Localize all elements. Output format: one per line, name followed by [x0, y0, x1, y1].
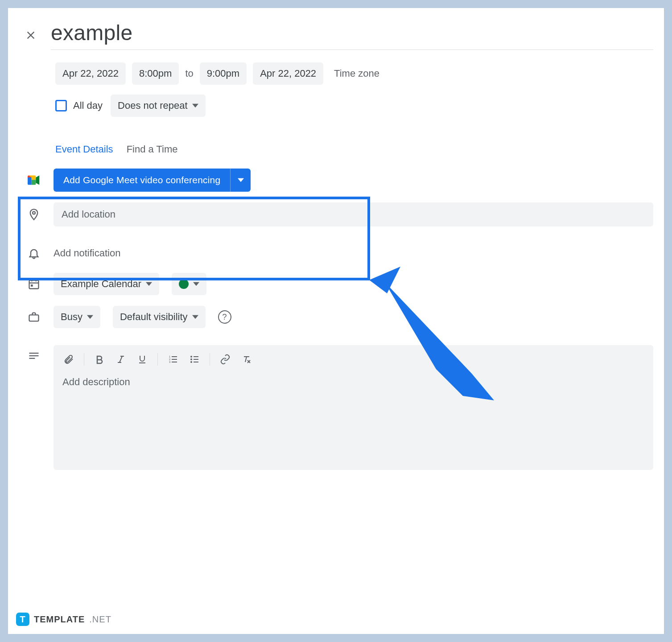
underline-button[interactable] [133, 350, 151, 368]
italic-icon [115, 354, 126, 365]
toolbar-separator [84, 353, 84, 366]
availability-label: Busy [61, 311, 82, 323]
end-time-chip[interactable]: 9:00pm [200, 62, 247, 85]
underline-icon [137, 354, 148, 365]
ordered-list-icon: 123 [168, 354, 178, 365]
start-date-chip[interactable]: Apr 22, 2022 [55, 62, 126, 85]
bell-icon [27, 247, 41, 259]
svg-point-21 [190, 356, 192, 358]
bulleted-list-button[interactable] [186, 350, 203, 368]
location-pin-icon [27, 208, 41, 221]
numbered-list-button[interactable]: 123 [164, 350, 182, 368]
clear-formatting-button[interactable] [238, 350, 256, 368]
brand-suffix: .NET [89, 614, 111, 625]
visibility-label: Default visibility [120, 311, 188, 323]
svg-point-1 [33, 212, 35, 214]
description-icon [27, 343, 41, 362]
visibility-dropdown[interactable]: Default visibility [113, 306, 206, 328]
bold-icon [94, 354, 105, 365]
question-icon: ? [223, 313, 227, 322]
availability-dropdown[interactable]: Busy [54, 306, 100, 328]
link-icon [220, 354, 231, 365]
visibility-help-button[interactable]: ? [218, 310, 231, 324]
svg-rect-2 [29, 280, 39, 289]
calendar-name: Example Calendar [61, 278, 141, 290]
attachment-button[interactable] [60, 350, 78, 368]
chevron-down-icon [193, 278, 199, 290]
checkbox-icon [55, 100, 67, 111]
italic-button[interactable] [112, 350, 130, 368]
calendar-color-selector[interactable] [172, 273, 206, 295]
close-button[interactable] [23, 28, 38, 43]
recurrence-dropdown[interactable]: Does not repeat [111, 95, 206, 117]
event-title-input[interactable]: example [51, 21, 653, 50]
clear-format-icon [241, 354, 252, 365]
timezone-button[interactable]: Time zone [334, 68, 379, 79]
link-button[interactable] [216, 350, 234, 368]
bold-button[interactable] [91, 350, 108, 368]
svg-line-13 [120, 356, 122, 362]
recurrence-label: Does not repeat [118, 100, 188, 111]
briefcase-icon [27, 311, 41, 323]
location-input[interactable] [54, 202, 653, 226]
brand-logo-icon: T [16, 613, 29, 626]
bullet-list-icon [189, 354, 200, 365]
tab-event-details[interactable]: Event Details [55, 144, 113, 158]
allday-checkbox[interactable]: All day [55, 100, 103, 111]
tab-find-a-time[interactable]: Find a Time [127, 144, 178, 158]
svg-point-23 [190, 361, 192, 363]
toolbar-separator [157, 353, 158, 366]
meet-dropdown-button[interactable] [230, 169, 251, 192]
svg-point-22 [190, 358, 192, 360]
chevron-down-icon [192, 100, 198, 111]
color-swatch-icon [179, 279, 189, 289]
chevron-down-icon [146, 278, 152, 290]
description-editor[interactable]: 123 Add description [54, 345, 653, 470]
add-notification-button[interactable]: Add notification [54, 247, 120, 259]
close-icon [25, 29, 37, 41]
svg-rect-7 [29, 315, 39, 321]
svg-text:3: 3 [169, 361, 171, 363]
allday-label: All day [73, 100, 103, 111]
calendar-icon [27, 278, 41, 290]
chevron-down-icon [238, 177, 244, 183]
brand-name: TEMPLATE [34, 614, 85, 625]
brand-watermark: T TEMPLATE.NET [16, 613, 111, 626]
svg-rect-6 [31, 284, 33, 287]
calendar-selector[interactable]: Example Calendar [54, 273, 159, 295]
paperclip-icon [63, 354, 74, 365]
add-google-meet-button[interactable]: Add Google Meet video conferencing [54, 169, 230, 192]
chevron-down-icon [87, 311, 93, 323]
to-label: to [185, 68, 193, 79]
end-date-chip[interactable]: Apr 22, 2022 [253, 62, 323, 85]
google-meet-icon [27, 174, 41, 186]
description-placeholder: Add description [54, 374, 653, 397]
toolbar-separator [210, 353, 210, 366]
start-time-chip[interactable]: 8:00pm [132, 62, 179, 85]
chevron-down-icon [192, 311, 198, 323]
